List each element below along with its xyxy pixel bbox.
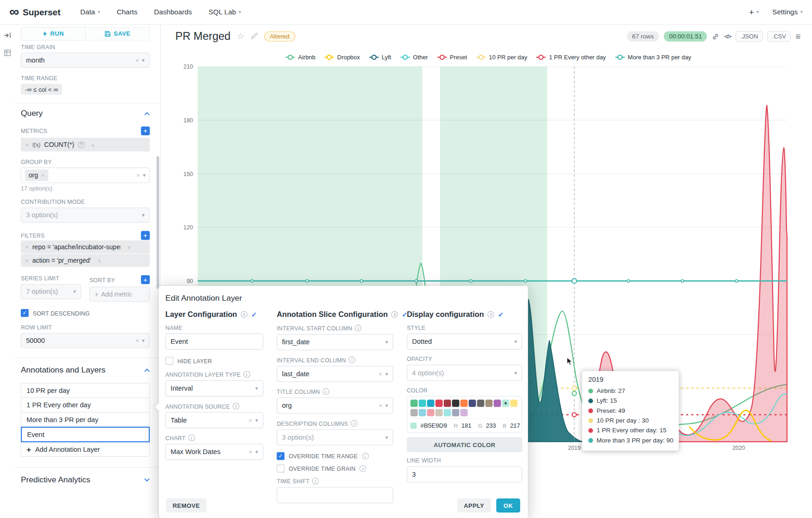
hex-value[interactable]: #B5E9D9 <box>420 422 447 430</box>
chevron-right-icon[interactable]: › <box>92 141 94 149</box>
hide-layer-checkbox[interactable]: ✓ <box>165 357 173 365</box>
color-swatch[interactable] <box>427 399 434 407</box>
color-swatch[interactable] <box>444 399 451 407</box>
chevron-right-icon[interactable]: › <box>98 257 101 265</box>
query-section-header[interactable]: Query <box>21 109 150 118</box>
clear-icon[interactable]: × <box>135 57 139 63</box>
apply-button[interactable]: APPLY <box>457 499 491 512</box>
sort-descending-checkbox[interactable]: ✓ <box>21 309 29 317</box>
clear-icon[interactable]: × <box>135 337 139 343</box>
legend-item[interactable]: Lyft <box>369 54 391 60</box>
sort-by-select[interactable]: +Add metric <box>89 287 150 302</box>
color-swatch-selected[interactable] <box>502 399 510 407</box>
color-swatch[interactable] <box>460 409 468 417</box>
color-swatch[interactable] <box>510 399 518 407</box>
ok-button[interactable]: OK <box>496 499 520 512</box>
filter-chip[interactable]: × repo = 'apache/incubator-supers... › <box>21 240 150 253</box>
color-swatch[interactable] <box>452 399 460 407</box>
edit-pencil-icon[interactable] <box>251 32 258 41</box>
more-menu-icon[interactable]: ≡ <box>795 32 800 41</box>
new-item-button[interactable]: +▾ <box>749 7 759 17</box>
b-value[interactable]: 217 <box>510 423 520 429</box>
legend-item[interactable]: Airbnb <box>286 54 315 60</box>
superset-logo[interactable]: ∞ Superset <box>9 6 60 18</box>
color-swatch[interactable] <box>435 409 443 417</box>
description-columns-select[interactable]: 3 option(s) ▾ <box>277 429 393 445</box>
add-filter-button[interactable]: + <box>141 231 150 240</box>
nav-sqllab[interactable]: SQL Lab▾ <box>208 8 241 16</box>
color-swatch[interactable] <box>477 399 485 407</box>
chart-select[interactable]: Max Work Dates × ▾ <box>165 444 263 460</box>
color-swatch[interactable] <box>419 399 426 407</box>
export-json-button[interactable]: .JSON <box>736 31 762 41</box>
color-swatch[interactable] <box>469 399 476 407</box>
color-swatch[interactable] <box>427 409 434 417</box>
link-icon[interactable] <box>712 32 720 40</box>
remove-button[interactable]: REMOVE <box>166 499 207 512</box>
color-swatch[interactable] <box>410 409 418 417</box>
legend-item[interactable]: 1 PR Every other day <box>536 54 606 60</box>
title-column-select[interactable]: org × ▾ <box>277 398 393 414</box>
filter-chip[interactable]: × action = 'pr_merged' › <box>21 254 150 267</box>
override-time-range-checkbox[interactable]: ✓ <box>277 452 284 460</box>
favorite-star-icon[interactable]: ☆ <box>237 32 244 41</box>
remove-filter-icon[interactable]: × <box>25 244 29 250</box>
automatic-color-button[interactable]: AUTOMATIC COLOR <box>407 437 522 452</box>
color-swatch[interactable] <box>435 399 443 407</box>
color-swatch[interactable] <box>410 399 418 407</box>
export-csv-button[interactable]: .CSV <box>768 31 791 41</box>
add-sort-metric-button[interactable]: + <box>141 275 150 284</box>
run-button[interactable]: RUN <box>21 27 86 40</box>
group-by-select[interactable]: org × × ▾ <box>21 168 150 183</box>
interval-start-select[interactable]: first_date ▾ <box>277 334 393 350</box>
color-swatch[interactable] <box>494 399 501 407</box>
metric-chip[interactable]: × f(x) COUNT(*) ? › <box>21 138 150 152</box>
color-swatch[interactable] <box>485 399 493 407</box>
clear-icon[interactable]: × <box>378 403 382 409</box>
annotation-layer-item-selected[interactable]: Event <box>21 427 150 442</box>
clear-icon[interactable]: × <box>136 172 140 178</box>
color-swatch[interactable] <box>452 409 460 417</box>
legend-item[interactable]: Preset <box>437 54 467 60</box>
annotation-source-select[interactable]: Table × ▾ <box>165 412 263 428</box>
add-metric-button[interactable]: + <box>141 126 150 135</box>
nav-data[interactable]: Data▾ <box>80 8 100 16</box>
panel-scrollbar[interactable] <box>157 156 159 289</box>
add-annotation-layer-button[interactable]: + Add Annotation Layer <box>21 442 150 457</box>
remove-filter-icon[interactable]: × <box>25 257 29 263</box>
color-swatch[interactable] <box>444 409 451 417</box>
row-limit-select[interactable]: 50000 × ▾ <box>21 333 150 348</box>
chevron-right-icon[interactable]: › <box>128 243 130 251</box>
dataset-grid-icon[interactable] <box>4 49 11 58</box>
settings-menu[interactable]: Settings▾ <box>772 8 802 16</box>
line-width-input[interactable] <box>407 466 522 482</box>
annotation-layer-item[interactable]: 10 PR per day <box>21 383 150 398</box>
nav-dashboards[interactable]: Dashboards <box>154 8 192 16</box>
remove-chip-icon[interactable]: × <box>41 172 45 178</box>
time-range-chip[interactable]: -∞ ≤ col < ∞ <box>21 84 62 95</box>
group-by-chip[interactable]: org × <box>25 170 49 181</box>
opacity-select[interactable]: 4 option(s) ▾ <box>407 365 522 381</box>
name-input[interactable] <box>165 334 263 350</box>
annotation-layer-type-select[interactable]: Interval ▾ <box>165 380 263 397</box>
expand-panel-icon[interactable] <box>4 31 11 40</box>
clear-icon[interactable]: × <box>249 449 252 455</box>
style-select[interactable]: Dotted ▾ <box>407 334 522 350</box>
predictive-section-header[interactable]: Predictive Analytics <box>21 475 150 484</box>
remove-metric-icon[interactable]: × <box>25 141 29 147</box>
legend-item[interactable]: Dropbox <box>325 54 360 60</box>
color-swatch[interactable] <box>419 409 426 417</box>
time-grain-select[interactable]: month × ▾ <box>21 52 150 68</box>
embed-code-icon[interactable]: </> <box>724 33 731 39</box>
annotation-layer-item[interactable]: More than 3 PR per day <box>21 412 150 427</box>
contribution-mode-select[interactable]: 3 option(s) ▾ <box>21 208 150 223</box>
r-value[interactable]: 181 <box>461 423 472 429</box>
override-time-grain-checkbox[interactable]: ✓ <box>277 465 284 473</box>
color-swatch[interactable] <box>460 399 468 407</box>
g-value[interactable]: 233 <box>486 423 496 429</box>
legend-item[interactable]: 10 PR per day <box>477 54 528 60</box>
annotations-section-header[interactable]: Annotations and Layers <box>21 365 150 374</box>
clear-icon[interactable]: × <box>249 417 252 423</box>
interval-end-select[interactable]: last_date × ▾ <box>277 366 393 382</box>
annotation-layer-item[interactable]: 1 PR Every other day <box>21 398 150 413</box>
